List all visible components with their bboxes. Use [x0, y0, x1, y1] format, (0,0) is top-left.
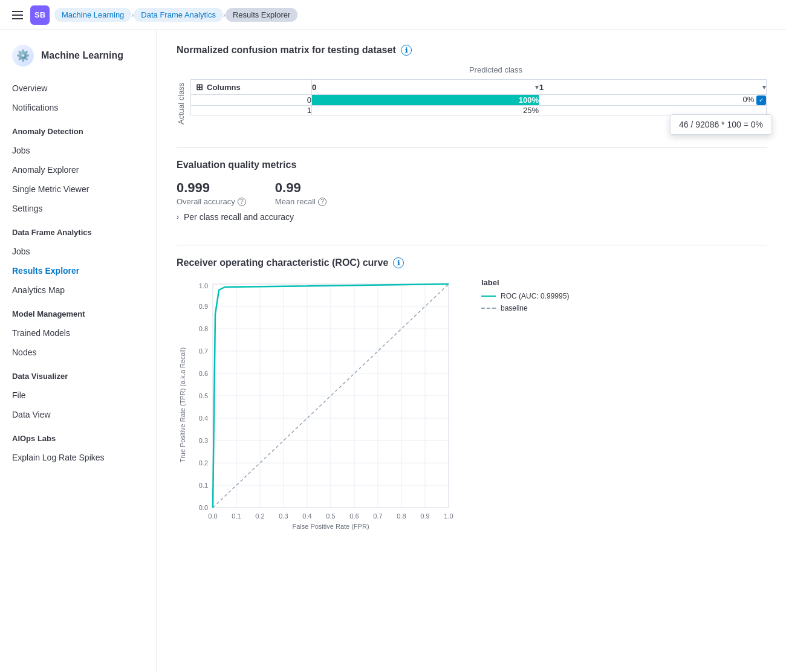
divider-1: [177, 147, 767, 147]
sidebar-section-data-frame: Data Frame Analytics: [0, 218, 157, 242]
sidebar-section-anomaly-detection: Anomaly Detection: [0, 117, 157, 141]
per-class-label: Per class recall and accuracy: [184, 212, 294, 222]
legend-item-roc: ROC (AUC: 0.99995): [481, 292, 572, 300]
svg-text:True Positive Rate (TPR) (a.k.: True Positive Rate (TPR) (a.k.a Recall): [179, 347, 186, 462]
svg-text:0.5: 0.5: [199, 392, 208, 399]
sidebar-logo-icon: ⚙️: [12, 45, 34, 66]
cell-1-0: 25%: [312, 105, 539, 115]
sidebar-item-anomaly-explorer[interactable]: Anomaly Explorer: [0, 160, 157, 179]
row-header-0: 0: [191, 95, 312, 106]
svg-text:0.5: 0.5: [326, 512, 335, 520]
sidebar-item-overview[interactable]: Overview: [0, 79, 157, 98]
legend-title: label: [481, 278, 572, 287]
sidebar-item-settings[interactable]: Settings: [0, 199, 157, 218]
breadcrumb-data-frame[interactable]: Data Frame Analytics: [134, 8, 223, 22]
sidebar-item-data-view[interactable]: Data View: [0, 405, 157, 424]
confusion-matrix-info-icon[interactable]: ℹ: [401, 45, 412, 56]
actual-class-label: Actual class: [177, 79, 186, 128]
svg-text:0.7: 0.7: [373, 512, 382, 520]
sidebar-item-trained-models[interactable]: Trained Models: [0, 323, 157, 343]
svg-text:0.9: 0.9: [199, 303, 208, 310]
col-header-1: 1 ▾: [539, 80, 767, 95]
svg-text:0.1: 0.1: [199, 482, 208, 489]
roc-svg: True Positive Rate (TPR) (a.k.a Recall): [177, 278, 467, 532]
main-content: Normalized confusion matrix for testing …: [157, 30, 786, 672]
user-avatar[interactable]: SB: [30, 5, 50, 25]
legend-baseline-line: [481, 308, 496, 309]
svg-text:0.3: 0.3: [199, 437, 208, 444]
columns-button[interactable]: ⊞ Columns: [191, 80, 245, 94]
svg-text:0.8: 0.8: [199, 325, 208, 332]
svg-text:0.2: 0.2: [255, 512, 264, 520]
sidebar-item-explain-log[interactable]: Explain Log Rate Spikes: [0, 448, 157, 467]
svg-text:0.0: 0.0: [208, 512, 217, 520]
row-header-1: 1: [191, 105, 312, 115]
sidebar-item-analytics-map[interactable]: Analytics Map: [0, 280, 157, 300]
svg-text:0.4: 0.4: [302, 512, 311, 520]
svg-text:0.0: 0.0: [199, 504, 208, 511]
roc-title: Receiver operating characteristic (ROC) …: [177, 257, 767, 268]
sidebar-logo: ⚙️ Machine Learning: [0, 40, 157, 79]
svg-text:1.0: 1.0: [444, 512, 453, 520]
col-1-dropdown-arrow[interactable]: ▾: [762, 83, 766, 91]
sidebar-section-model-management: Model Management: [0, 300, 157, 323]
columns-icon: ⊞: [196, 82, 203, 92]
matrix-row-0: 0 100% 0% ✓ 46 / 92086 * 100 = 0%: [191, 95, 767, 106]
sidebar-section-aiops: AIOps Labs: [0, 424, 157, 448]
breadcrumb-results-explorer[interactable]: Results Explorer: [226, 8, 297, 22]
columns-header: ⊞ Columns: [191, 80, 312, 95]
evaluation-metrics-section: Evaluation quality metrics 0.999 Overall…: [177, 160, 767, 228]
sidebar-item-notifications[interactable]: Notifications: [0, 98, 157, 117]
matrix-row-1: 1 25%: [191, 105, 767, 115]
tooltip-calculation: 46 / 92086 * 100 = 0%: [670, 114, 772, 135]
matrix-table-wrap: Actual class ⊞ Columns: [177, 79, 767, 128]
cell-0-1: 0% ✓ 46 / 92086 * 100 = 0%: [539, 95, 767, 106]
metric-overall-help-icon[interactable]: ?: [238, 198, 246, 206]
svg-text:0.1: 0.1: [232, 512, 241, 520]
svg-text:0.4: 0.4: [199, 415, 208, 422]
roc-info-icon[interactable]: ℹ: [393, 257, 404, 268]
metric-mean-recall-value: 0.99: [275, 180, 326, 196]
sidebar-item-results-explorer[interactable]: Results Explorer: [0, 261, 157, 280]
svg-text:0.2: 0.2: [199, 459, 208, 467]
confusion-matrix-title: Normalized confusion matrix for testing …: [177, 45, 767, 56]
svg-text:0.3: 0.3: [279, 512, 288, 520]
roc-chart: True Positive Rate (TPR) (a.k.a Recall): [177, 278, 467, 534]
metric-mean-recall: 0.99 Mean recall ?: [275, 180, 326, 206]
divider-2: [177, 245, 767, 245]
legend-baseline-label: baseline: [501, 304, 528, 312]
col-0-dropdown-arrow[interactable]: ▾: [535, 83, 539, 91]
metrics-grid: 0.999 Overall accuracy ? 0.99 Mean recal…: [177, 180, 767, 206]
sidebar-item-single-metric[interactable]: Single Metric Viewer: [0, 179, 157, 199]
roc-chart-area: True Positive Rate (TPR) (a.k.a Recall): [177, 278, 767, 534]
metric-overall-accuracy-label: Overall accuracy ?: [177, 197, 246, 206]
svg-text:0.8: 0.8: [397, 512, 406, 520]
svg-text:0.9: 0.9: [420, 512, 429, 520]
svg-text:1.0: 1.0: [199, 282, 208, 289]
sidebar-item-dfa-jobs[interactable]: Jobs: [0, 242, 157, 261]
breadcrumb-machine-learning[interactable]: Machine Learning: [54, 8, 131, 22]
col-header-0: 0 ▾: [312, 80, 539, 95]
checkbox-cell-0-1[interactable]: ✓: [756, 95, 766, 105]
sidebar-section-data-visualizer: Data Visualizer: [0, 362, 157, 386]
sidebar-logo-text: Machine Learning: [41, 50, 123, 61]
metric-mean-recall-label: Mean recall ?: [275, 197, 326, 206]
svg-text:False Positive Rate (FPR): False Positive Rate (FPR): [292, 523, 369, 530]
legend-roc-line: [481, 296, 496, 297]
metric-mean-recall-help-icon[interactable]: ?: [318, 198, 326, 206]
matrix-table: ⊞ Columns 0 ▾: [190, 79, 767, 115]
hamburger-menu[interactable]: [10, 8, 25, 22]
per-class-accordion[interactable]: › Per class recall and accuracy: [177, 206, 767, 228]
roc-legend: label ROC (AUC: 0.99995) baseline: [481, 278, 572, 316]
top-nav: SB Machine Learning › Data Frame Analyti…: [0, 0, 786, 30]
legend-item-baseline: baseline: [481, 304, 572, 312]
metric-overall-accuracy: 0.999 Overall accuracy ?: [177, 180, 246, 206]
sidebar-item-file[interactable]: File: [0, 386, 157, 405]
legend-roc-label: ROC (AUC: 0.99995): [501, 292, 569, 300]
svg-text:0.6: 0.6: [349, 512, 359, 520]
sidebar-item-nodes[interactable]: Nodes: [0, 343, 157, 362]
cell-1-1: [539, 105, 767, 115]
sidebar-item-anomaly-jobs[interactable]: Jobs: [0, 141, 157, 160]
roc-section: Receiver operating characteristic (ROC) …: [177, 257, 767, 534]
svg-text:0.7: 0.7: [199, 347, 208, 355]
